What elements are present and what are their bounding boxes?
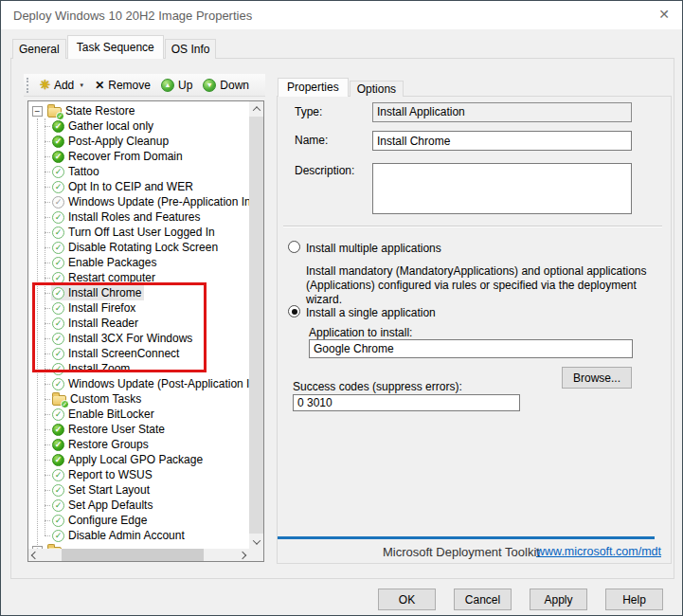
tree-item[interactable]: ✓Disable Rotating Lock Screen [28,240,249,255]
tree-item[interactable]: ✓Install 3CX For Windows [28,331,249,346]
cancel-button[interactable]: Cancel [454,589,512,610]
down-button[interactable]: ▼ Down [199,77,253,94]
tree-item[interactable]: ✓Enable BitLocker [28,407,249,422]
horizontal-scroll-thumb[interactable] [62,549,204,561]
description-label: Description: [295,164,354,177]
scroll-right-icon[interactable] [236,549,249,561]
remove-x-icon: ✕ [95,80,104,91]
tree-item[interactable]: ✓Tattoo [28,164,249,179]
tree-item[interactable]: ✓Disable Admin Account [28,528,249,543]
tree-item[interactable]: ✓Install ScreenConnect [28,346,249,361]
tree-connector [45,414,50,415]
tree-connector [45,232,50,233]
check-solid-icon: ✓ [52,439,64,451]
tree-item-label: Install Reader [68,317,138,330]
remove-button[interactable]: ✕ Remove [91,77,154,94]
tree-item[interactable]: ✓Opt In to CEIP and WER [28,179,249,194]
success-codes-input[interactable] [293,394,520,411]
tab-task-sequence[interactable]: Task Sequence [67,35,164,59]
description-textarea[interactable] [372,163,632,214]
radio-install-single[interactable] [288,305,300,317]
check-solid-icon: ✓ [52,136,64,148]
mdt-brand-text: Microsoft Deployment Toolkit [383,545,540,559]
tree-item[interactable]: ✓Post-Apply Cleanup [28,134,249,149]
vertical-scrollbar[interactable] [249,101,263,549]
scroll-down-icon[interactable] [249,534,263,549]
help-button[interactable]: Help [605,589,663,610]
tree-item[interactable]: ✓Configure Edge [28,513,249,528]
properties-dialog: Deploy Windows 10 20H2 Image Properties … [0,0,683,616]
tab-options[interactable]: Options [350,81,404,97]
tree-connector [45,156,50,157]
tree-item[interactable]: ✓Restore User State [28,422,249,437]
tree-item-label: Install Roles and Features [68,210,200,224]
tree-item[interactable]: ✓Install Zoom [28,361,249,376]
tree-content: −✓State Restore✓Gather local only✓Post-A… [28,101,249,549]
ok-button[interactable]: OK [378,589,436,610]
horizontal-scrollbar[interactable] [28,549,249,561]
tree-connector [45,187,50,188]
add-button[interactable]: ✳ Add ▼ [36,77,88,94]
check-light-icon: ✓ [52,333,64,345]
tree-item[interactable]: ✓Set Start Layout [28,482,249,498]
tree-item[interactable]: ✓Install Reader [28,316,249,331]
tab-os-info[interactable]: OS Info [165,39,217,59]
multiple-help-line-1: Install mandatory (MandatoryApplications… [306,264,647,278]
tab-properties[interactable]: Properties [278,78,349,97]
up-arrow-icon: ▲ [161,79,174,92]
add-star-icon: ✳ [40,79,50,91]
tree-item[interactable]: ✓Gather local only [28,118,249,134]
tree-item[interactable]: ✓Apply Local GPO Package [28,452,249,467]
tree-item-label: Restore User State [68,423,165,436]
close-icon[interactable]: ✕ [658,7,670,22]
tree-item[interactable]: + [28,543,249,549]
check-light-icon: ✓ [52,257,64,269]
up-button[interactable]: ▲ Up [157,77,196,94]
apply-button[interactable]: Apply [530,589,587,610]
tree-connector [45,520,50,521]
tree-item[interactable]: ✓Windows Update (Post-Application Ins [28,376,249,391]
tree-item[interactable]: ✓Report to WSUS [28,467,249,482]
tree-item[interactable]: ✓Install Roles and Features [28,209,249,225]
tree-item[interactable]: ✓Restart computer [28,270,249,285]
tree-item[interactable]: ✓Windows Update (Pre-Application Inst [28,194,249,209]
browse-button[interactable]: Browse... [562,367,632,389]
name-input[interactable] [372,131,632,151]
toolbar-grip[interactable] [27,78,30,93]
scroll-up-icon[interactable] [249,101,263,116]
name-label: Name: [295,134,328,147]
scroll-left-icon[interactable] [28,549,42,561]
tree-item-label: Custom Tasks [70,392,141,406]
check-light-icon: ✓ [52,302,64,315]
check-light-icon: ✓ [52,181,64,193]
tree-item-label: Enable Packages [68,256,156,269]
check-light-icon: ✓ [52,287,64,299]
tree-connector [45,247,50,248]
remove-label: Remove [108,79,151,92]
tree-item[interactable]: −✓State Restore [28,103,249,118]
collapse-icon[interactable]: − [32,106,43,117]
mdt-website-link[interactable]: www.microsoft.com/mdt [536,545,661,558]
type-label: Type: [295,105,322,118]
tab-general[interactable]: General [12,39,66,59]
vertical-scroll-thumb[interactable] [249,117,263,534]
tree-connector [45,172,50,172]
tree-item-label: Disable Admin Account [68,529,185,542]
check-solid-icon: ✓ [52,120,64,133]
tree-item[interactable]: ✓Turn Off Last User Logged In [28,225,249,240]
tree-item[interactable]: ✓Restore Groups [28,437,249,452]
tree-item[interactable]: ✓Recover From Domain [28,149,249,164]
tree-item[interactable]: ✓Set App Defaults [28,498,249,513]
tree-connector [45,141,50,142]
tree-item[interactable]: ✓Custom Tasks [28,391,249,407]
tree-item-label: Recover From Domain [68,150,183,163]
tree-connector [45,505,50,506]
tree-connector [45,278,50,279]
tree-item[interactable]: ✓Enable Packages [28,255,249,270]
application-input[interactable] [309,339,633,358]
tree-item[interactable]: ✓Install Firefox [28,300,249,316]
tree-connector [45,535,50,536]
tree-item[interactable]: ✓Install Chrome [28,285,249,300]
scrollbar-corner [249,549,263,561]
radio-install-multiple[interactable] [288,241,300,253]
